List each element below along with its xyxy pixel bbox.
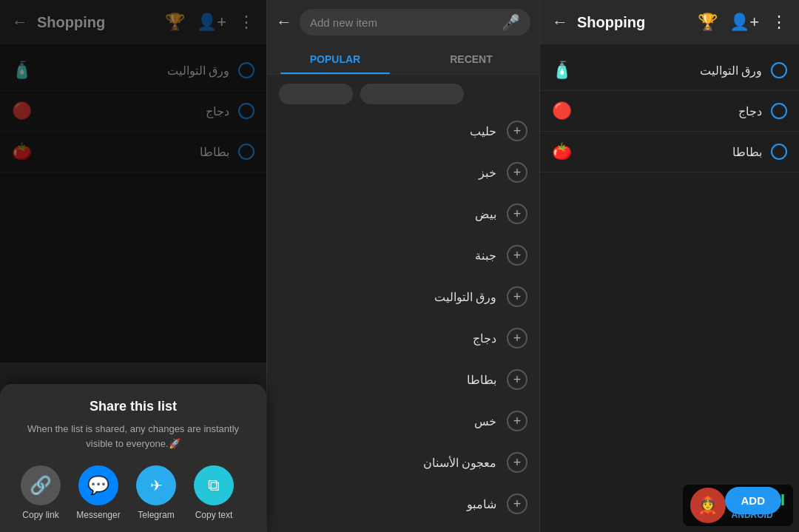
right-checkbox-2[interactable] (771, 144, 787, 160)
right-title: Shopping (577, 14, 698, 31)
messenger-icon: 💬 (87, 475, 109, 496)
right-list-item-1[interactable]: دجاج 🔴 (540, 91, 799, 132)
share-messenger[interactable]: 💬 Messenger (73, 465, 124, 520)
copy-text-icon: ⧉ (208, 476, 220, 495)
watermark-emoji: 👲 (698, 496, 718, 515)
right-item-icon-1: 🔴 (552, 101, 572, 121)
add-btn-5[interactable]: + (507, 328, 527, 349)
popular-item-8[interactable]: + معجون الأسنان (267, 442, 539, 483)
pop-name-9: شامبو (467, 497, 496, 511)
right-add-person-icon[interactable]: 👤+ (729, 13, 759, 32)
telegram-label: Telegram (138, 510, 174, 520)
right-checkbox-1[interactable] (771, 103, 787, 119)
share-copy-text[interactable]: ⧉ Copy text (188, 465, 240, 520)
popular-item-3[interactable]: + جبنة (267, 235, 539, 276)
search-input[interactable] (310, 16, 496, 29)
popular-item-9[interactable]: + شامبو (267, 483, 539, 525)
right-checkbox-0[interactable] (771, 62, 787, 78)
popular-item-1[interactable]: + خبز (267, 152, 539, 193)
pop-name-4: ورق التواليت (434, 290, 496, 304)
tab-recent[interactable]: RECENT (403, 44, 539, 74)
share-copy-link[interactable]: 🔗 Copy link (15, 465, 67, 520)
suggestion-chip-1[interactable] (279, 84, 353, 104)
share-description: When the list is shared, any changes are… (15, 422, 252, 451)
suggestion-chip-2[interactable] (360, 84, 464, 104)
right-more-vert-icon[interactable]: ⋮ (771, 13, 787, 32)
add-btn-6[interactable]: + (507, 369, 527, 390)
suggestion-area (267, 75, 539, 107)
middle-back-icon[interactable]: ← (276, 13, 292, 32)
popular-item-7[interactable]: + خس (267, 400, 539, 442)
right-item-icon-0: 🧴 (552, 61, 572, 80)
pop-name-8: معجون الأسنان (423, 456, 496, 470)
pop-name-3: جبنة (475, 249, 496, 263)
copy-text-label: Copy text (195, 510, 233, 520)
right-item-name-1: دجاج (572, 104, 762, 118)
pop-name-0: حليب (470, 124, 496, 138)
add-btn-8[interactable]: + (507, 452, 527, 473)
popular-item-0[interactable]: + حليب (267, 110, 539, 152)
add-btn-2[interactable]: + (507, 203, 527, 224)
right-item-name-0: ورق التواليت (572, 64, 762, 78)
add-btn-9[interactable]: + (507, 494, 527, 514)
share-sheet: Share this list When the list is shared,… (0, 384, 266, 532)
right-item-name-2: بطاطا (572, 145, 762, 159)
pop-name-6: بطاطا (467, 373, 496, 387)
share-overlay[interactable] (0, 0, 266, 363)
telegram-circle: ✈ (136, 465, 176, 505)
popular-item-6[interactable]: + بطاطا (267, 359, 539, 400)
copy-text-circle: ⧉ (194, 465, 234, 505)
pop-name-1: خبز (479, 166, 496, 180)
add-btn-3[interactable]: + (507, 245, 527, 266)
add-btn-0[interactable]: + (507, 121, 527, 141)
pop-name-2: بيض (475, 207, 496, 221)
share-title: Share this list (15, 399, 252, 414)
add-fab-button[interactable]: ADD (725, 487, 782, 514)
messenger-label: Messenger (76, 510, 120, 520)
popular-item-5[interactable]: + دجاج (267, 317, 539, 359)
right-header-icons: 🏆 👤+ ⋮ (698, 13, 787, 32)
share-more[interactable]: ⋯ M (246, 465, 252, 520)
share-actions: 🔗 Copy link 💬 Messenger ✈ Telegram ⧉ Cop… (15, 465, 252, 520)
right-panel: ← Shopping 🏆 👤+ ⋮ ورق التواليت 🧴 دجاج 🔴 … (540, 0, 799, 532)
middle-panel: ← 🎤 POPULAR RECENT + حليب + خبز + بيض + … (266, 0, 540, 532)
link-icon: 🔗 (30, 475, 52, 496)
mic-icon[interactable]: 🎤 (502, 13, 520, 31)
copy-link-circle: 🔗 (21, 465, 61, 505)
add-btn-7[interactable]: + (507, 411, 527, 431)
popular-item-2[interactable]: + بيض (267, 193, 539, 235)
right-trophy-icon[interactable]: 🏆 (698, 13, 718, 32)
add-btn-4[interactable]: + (507, 286, 527, 307)
popular-item-4[interactable]: + ورق التواليت (267, 276, 539, 317)
copy-link-label: Copy link (22, 510, 58, 520)
pop-name-5: دجاج (473, 331, 496, 346)
right-list-item-0[interactable]: ورق التواليت 🧴 (540, 50, 799, 91)
right-item-icon-2: 🍅 (552, 142, 572, 161)
middle-header: ← 🎤 (267, 0, 539, 44)
tab-popular[interactable]: POPULAR (267, 44, 403, 74)
watermark-logo: 👲 (690, 488, 726, 523)
popular-list: + حليب + خبز + بيض + جبنة + ورق التواليت… (267, 107, 539, 532)
messenger-circle: 💬 (78, 465, 118, 505)
add-btn-1[interactable]: + (507, 162, 527, 183)
tabs: POPULAR RECENT (267, 44, 539, 75)
right-list: ورق التواليت 🧴 دجاج 🔴 بطاطا 🍅 (540, 44, 799, 532)
right-back-icon[interactable]: ← (552, 13, 568, 32)
pop-name-7: خس (474, 414, 496, 428)
telegram-icon: ✈ (150, 477, 163, 494)
right-header: ← Shopping 🏆 👤+ ⋮ (540, 0, 799, 44)
right-list-item-2[interactable]: بطاطا 🍅 (540, 132, 799, 172)
search-input-wrap[interactable]: 🎤 (300, 9, 530, 36)
share-telegram[interactable]: ✈ Telegram (130, 465, 182, 520)
